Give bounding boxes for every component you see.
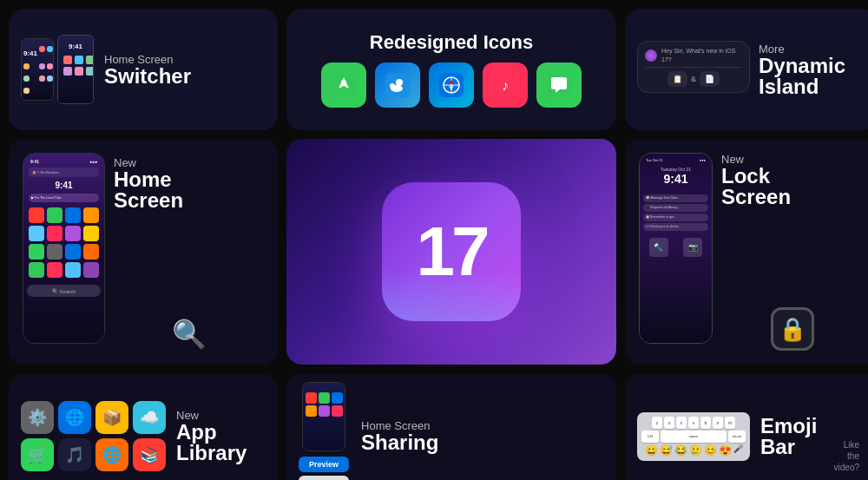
emoji-label-large: Emoji Bar <box>760 416 817 457</box>
dynamic-island-preview: Hey Siri, What's new in iOS 17? 📋 & 📄 <box>637 41 750 97</box>
sharing-buttons: Preview Apply <box>299 457 349 481</box>
keyboard-preview: z x c v b n m 123 space return 😀 😅 😂 🥲 😊… <box>637 412 750 461</box>
lock-status-time: Tue Oct 21 <box>646 158 663 162</box>
home-title-area: New Home Screen <box>114 153 264 211</box>
main-grid: 9:41 9:41 <box>0 0 868 480</box>
card-icons: Redesigned Icons <box>286 9 616 130</box>
search-icon-card: 🔍 <box>114 318 264 351</box>
home-time: 9:41 <box>30 159 39 164</box>
key-x: x <box>664 417 674 429</box>
sharing-phone-screen <box>303 383 345 450</box>
di-amp: & <box>691 75 696 83</box>
lock-notifications: 💬 iMessage from Sara... 📱 Respond via Me… <box>643 194 708 231</box>
safari-icon <box>429 62 474 108</box>
keyboard-top-row: z x c v b n m <box>641 417 746 429</box>
home-content: New Home Screen 🔍 <box>114 153 264 351</box>
ios17-icon: 17 <box>382 182 521 321</box>
home-notification: 🔔 7 Notifications <box>29 168 99 177</box>
dynamic-label-large: Dynamic Island <box>759 56 865 97</box>
emoji-row: 😀 😅 😂 🥲 😊 😍 🎤 <box>641 444 746 457</box>
al-app-books: 📚 <box>133 438 166 471</box>
card-lock: Tue Oct 21 ●●● Tuesday Oct 21 9:41 💬 iMe… <box>625 139 868 365</box>
card-sharing: Preview Apply Home Screen Sharing <box>286 373 616 480</box>
sharing-label-large: Sharing <box>361 432 438 453</box>
watermark-line1: Like <box>844 440 859 450</box>
key-b: b <box>700 417 711 429</box>
al-app-chrome: 🌐 <box>95 438 128 471</box>
card-ios17: 17 <box>286 139 616 365</box>
al-app-safari: 🌐 <box>58 401 91 434</box>
lock-bottom: 🔒 <box>721 307 863 351</box>
emoji-1: 😀 <box>645 444 658 457</box>
lock-label-large: Lock Screen <box>721 166 863 207</box>
weather-icon <box>375 62 420 108</box>
sharing-preview-btn[interactable]: Preview <box>299 457 349 472</box>
switcher-text: Home Screen Switcher <box>104 53 266 87</box>
lock-notif-3: 📋 Remember to get... <box>643 214 708 221</box>
lock-notif-2: 📱 Respond via Messg... <box>643 204 708 212</box>
card-emoji: z x c v b n m 123 space return 😀 😅 😂 🥲 😊… <box>625 373 868 480</box>
phone-screen-1: 9:41 <box>22 39 53 100</box>
svg-text:♪: ♪ <box>502 78 509 93</box>
emoji-3: 😂 <box>674 444 687 457</box>
al-app-weather: ☁️ <box>133 401 166 434</box>
emoji-5: 😊 <box>704 444 717 457</box>
home-signal: ●●● <box>89 159 97 164</box>
watermark: Like the video? <box>834 439 859 473</box>
siri-text: Hey Siri, What's new in iOS 17? <box>661 47 742 62</box>
app-library-grid: ⚙️ 🌐 📦 ☁️ 🛒 🎵 🌐 📚 <box>21 401 166 471</box>
lock-widget-1: 🔦 <box>649 238 668 257</box>
lock-screen-bg: Tue Oct 21 ●●● Tuesday Oct 21 9:41 💬 iMe… <box>640 154 712 343</box>
phone-time-2: 9:41 <box>62 39 89 50</box>
al-app-app-store: 🛒 <box>21 438 54 471</box>
messages-icon <box>536 62 582 108</box>
di-siri-top: Hey Siri, What's new in iOS 17? <box>645 47 742 62</box>
card-applibrary: ⚙️ 🌐 📦 ☁️ 🛒 🎵 🌐 📚 New App Library <box>9 373 278 480</box>
lock-status: Tue Oct 21 ●●● <box>643 157 708 163</box>
home-phone: 9:41 ●●● 🔔 7 Notifications 9:41 ▶ For Th… <box>23 153 105 344</box>
lock-notif-1: 💬 iMessage from Sara... <box>643 194 708 202</box>
card-switcher: 9:41 9:41 <box>9 9 278 130</box>
switcher-label-large: Switcher <box>104 66 266 87</box>
home-search-bar: 🔍 Search <box>27 285 101 297</box>
di-pills: 📋 & 📄 <box>645 71 742 87</box>
sharing-text: Home Screen Sharing <box>361 419 438 453</box>
phone-time-1: 9:41 <box>23 46 37 62</box>
home-music-widget: ▶ For The Lover That... <box>29 194 99 202</box>
key-123: 123 <box>641 431 659 443</box>
lock-phone: Tue Oct 21 ●●● Tuesday Oct 21 9:41 💬 iMe… <box>639 153 713 344</box>
phone-mini-1: 9:41 <box>21 38 54 101</box>
sharing-preview: Preview Apply <box>299 382 349 481</box>
sharing-phone <box>302 382 345 451</box>
padlock-emoji: 🔒 <box>779 316 806 343</box>
music-icon: ♪ <box>483 62 528 108</box>
svg-point-3 <box>396 79 403 86</box>
key-space: space <box>661 431 727 443</box>
lock-icons-row: 🔦 📷 <box>643 238 708 257</box>
applibrary-label-large: App Library <box>176 422 247 464</box>
key-v: v <box>688 417 699 429</box>
key-m: m <box>725 417 735 429</box>
lock-time-big: 9:41 <box>643 172 708 186</box>
sharing-apply-btn[interactable]: Apply <box>299 476 349 481</box>
watermark-line3: video? <box>834 463 859 472</box>
key-c: c <box>676 417 687 429</box>
icons-title: Redesigned Icons <box>370 31 533 54</box>
ios17-number: 17 <box>417 212 487 292</box>
lock-widget-2: 📷 <box>683 238 702 257</box>
al-app-settings: ⚙️ <box>21 401 54 434</box>
key-return: return <box>728 431 746 443</box>
lock-status-signal: ●●● <box>700 158 706 162</box>
lock-content: New Lock Screen 🔒 <box>721 153 863 351</box>
lock-date-area: Tuesday Oct 21 9:41 <box>643 163 708 189</box>
emoji-4: 🥲 <box>689 444 702 457</box>
home-big-time: 9:41 <box>27 179 101 192</box>
phone-mini-2: 9:41 <box>57 35 94 104</box>
lock-padlock-icon: 🔒 <box>771 307 814 351</box>
card-home: 9:41 ●●● 🔔 7 Notifications 9:41 ▶ For Th… <box>9 139 278 365</box>
emoji-2: 😅 <box>660 444 673 457</box>
keyboard-mid-row: 123 space return <box>641 431 746 443</box>
watermark-line2: the <box>847 451 859 461</box>
svg-point-5 <box>390 83 395 89</box>
key-n: n <box>713 417 723 429</box>
